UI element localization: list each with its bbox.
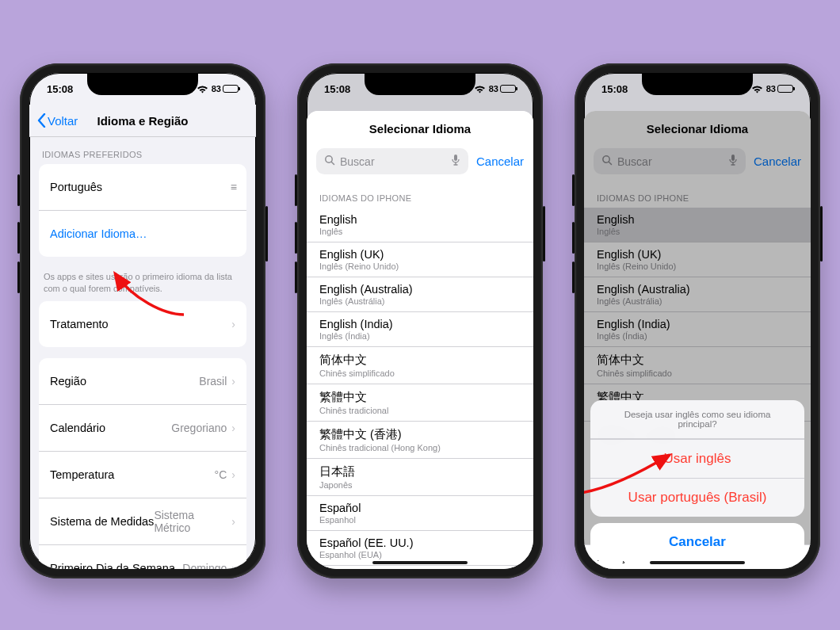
status-time: 15:08 [324, 83, 350, 95]
language-row[interactable]: 简体中文Chinês simplificado [307, 346, 533, 384]
language-name: English (Australia) [319, 283, 521, 296]
phone-frame-2: 15:08 83 Selecionar Idioma Buscar [297, 63, 543, 578]
language-name: Español (EE. UU.) [319, 536, 521, 549]
chevron-right-icon: › [231, 318, 235, 330]
calendar-row[interactable]: Calendário Gregoriano› [39, 404, 246, 451]
action-sheet-message: Deseja usar inglês como seu idioma princ… [590, 400, 804, 439]
language-name: 简体中文 [319, 353, 521, 368]
phone-frame-1: 15:08 83 [20, 63, 265, 578]
language-subtitle: Inglês (Reino Unido) [319, 262, 521, 271]
back-label: Voltar [48, 114, 78, 128]
action-sheet: Deseja usar inglês como seu idioma princ… [590, 400, 804, 561]
chevron-right-icon: › [231, 422, 235, 434]
chevron-right-icon: › [231, 515, 235, 528]
svg-line-9 [331, 162, 334, 164]
notch [365, 73, 475, 95]
language-subtitle: Inglês (Índia) [319, 331, 521, 341]
language-row[interactable]: 繁體中文 (香港)Chinês tradicional (Hong Kong) [307, 421, 533, 458]
treatment-row[interactable]: Tratamento › [39, 301, 246, 347]
wifi-icon [474, 85, 486, 94]
status-time: 15:08 [601, 83, 628, 95]
use-portuguese-button[interactable]: Usar português (Brasil) [590, 478, 804, 517]
temperature-row[interactable]: Temperatura °C› [39, 451, 246, 498]
section-header-languages: IDIOMAS DO IPHONE [307, 181, 533, 208]
use-english-button[interactable]: Usar inglês [590, 439, 804, 478]
svg-rect-10 [454, 155, 457, 161]
action-sheet-cancel-button[interactable]: Cancelar [590, 523, 804, 561]
preferred-footnote: Os apps e sites usarão o primeiro idioma… [29, 268, 256, 301]
language-subtitle: Inglês (Austrália) [319, 296, 521, 306]
phone-frame-3: 15:08 83 Selecionar Idioma Buscar [575, 63, 820, 578]
battery-indicator: 83 [489, 84, 516, 94]
chevron-right-icon: › [231, 562, 235, 569]
dictation-icon[interactable] [451, 154, 460, 169]
language-name: 繁體中文 (香港) [319, 427, 521, 442]
language-row[interactable]: EspañolEspanhol [307, 495, 533, 530]
region-row[interactable]: Região Brasil› [39, 358, 246, 404]
sheet-header: Selecionar Idioma [307, 111, 533, 142]
notch [87, 73, 198, 95]
reorder-grip-icon[interactable]: ≡ [231, 181, 235, 193]
status-time: 15:08 [47, 83, 73, 95]
language-row[interactable]: 日本語Japonês [307, 458, 533, 495]
language-row[interactable]: Español (Latinoamérica)Espanhol (América… [307, 565, 533, 569]
language-name: 繁體中文 [319, 390, 521, 405]
language-row[interactable]: 繁體中文Chinês tradicional [307, 384, 533, 421]
page-title: Selecionar Idioma [307, 122, 533, 136]
search-icon [324, 155, 335, 168]
cancel-button[interactable]: Cancelar [476, 155, 524, 168]
language-row[interactable]: Español (EE. UU.)Espanhol (EUA) [307, 530, 533, 565]
back-button[interactable]: Voltar [37, 113, 78, 128]
section-header-preferred: IDIOMAS PREFERIDOS [29, 137, 256, 164]
preferred-language-row[interactable]: Português ≡ [39, 164, 246, 210]
nav-bar: Voltar Idioma e Região [29, 105, 256, 137]
language-subtitle: Espanhol [319, 515, 521, 525]
language-row[interactable]: EnglishInglês [307, 208, 533, 242]
chevron-right-icon: › [231, 468, 235, 481]
language-row[interactable]: English (India)Inglês (Índia) [307, 311, 533, 346]
home-indicator[interactable] [650, 561, 745, 564]
search-input[interactable]: Buscar [316, 148, 468, 174]
wifi-icon [197, 85, 208, 94]
language-subtitle: Chinês tradicional (Hong Kong) [319, 443, 521, 452]
language-name: English (India) [319, 318, 521, 330]
language-subtitle: Chinês simplificado [319, 368, 521, 378]
first-weekday-row[interactable]: Primeiro Dia da Semana Domingo› [39, 544, 246, 569]
language-name: 日本語 [319, 464, 521, 479]
language-row[interactable]: English (UK)Inglês (Reino Unido) [307, 242, 533, 277]
language-subtitle: Inglês [319, 227, 521, 236]
home-indicator[interactable] [372, 561, 468, 564]
language-name: Español [319, 502, 521, 514]
notch [642, 73, 753, 95]
wifi-icon [751, 85, 763, 94]
language-name: English [319, 213, 521, 226]
page-title: Idioma e Região [97, 114, 188, 128]
battery-indicator: 83 [766, 84, 793, 94]
search-placeholder: Buscar [340, 155, 375, 168]
add-language-button[interactable]: Adicionar Idioma… [39, 210, 246, 257]
language-subtitle: Espanhol (EUA) [319, 550, 521, 559]
chevron-right-icon: › [231, 375, 235, 388]
language-row[interactable]: English (Australia)Inglês (Austrália) [307, 277, 533, 311]
battery-indicator: 83 [212, 84, 239, 94]
language-subtitle: Chinês tradicional [319, 406, 521, 415]
measurement-row[interactable]: Sistema de Medidas Sistema Métrico› [39, 498, 246, 544]
language-subtitle: Japonês [319, 480, 521, 490]
language-name: English (UK) [319, 248, 521, 261]
